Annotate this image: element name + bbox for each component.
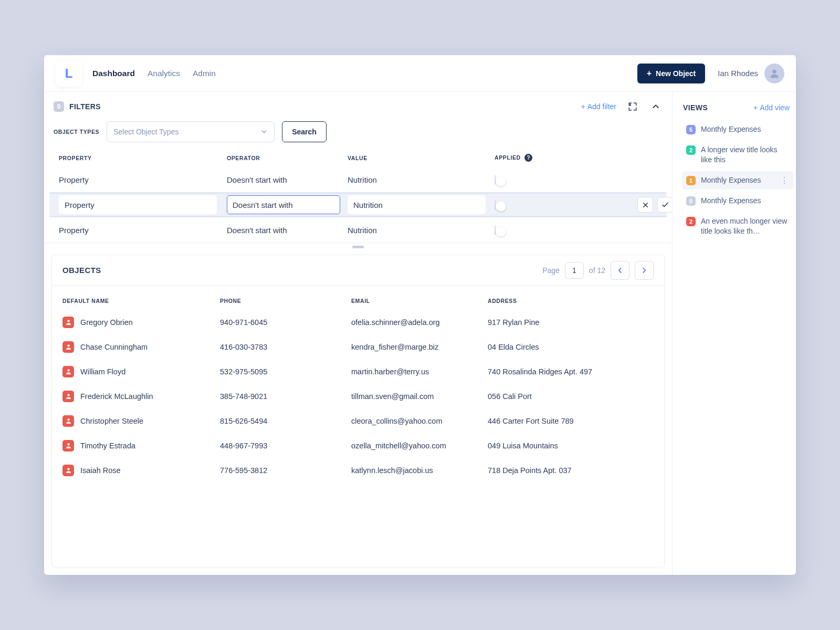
new-object-button[interactable]: + New Object — [637, 64, 706, 83]
filter-value[interactable]: Nutrition — [348, 175, 495, 184]
next-page-button[interactable] — [635, 261, 654, 280]
add-filter-label: Add filter — [587, 102, 616, 111]
name-cell: Gregory Obrien — [62, 317, 220, 328]
filter-value-input[interactable]: Nutrition — [348, 195, 486, 214]
objects-title: OBJECTS — [62, 266, 101, 275]
filter-property[interactable]: Property — [59, 175, 227, 184]
person-icon — [62, 391, 74, 402]
view-item[interactable]: 2 An even much longer view title looks l… — [682, 212, 794, 240]
resize-handle[interactable] — [44, 243, 672, 252]
add-filter-button[interactable]: + Add filter — [581, 102, 616, 111]
applied-toggle[interactable] — [495, 175, 496, 185]
table-row[interactable]: Christopher Steele 815-626-5494 cleora_c… — [62, 408, 654, 433]
svg-point-4 — [67, 394, 69, 396]
page-label: Page — [542, 266, 560, 275]
object-types-select[interactable]: Select Object Types — [107, 121, 275, 142]
object-phone: 776-595-3812 — [220, 466, 351, 475]
view-label: Monthly Expenses — [701, 124, 790, 134]
svg-point-6 — [67, 443, 69, 445]
object-name: Isaiah Rose — [80, 466, 121, 475]
page-of: of 12 — [589, 266, 605, 275]
object-address: 740 Rosalinda Ridges Apt. 497 — [488, 368, 619, 376]
view-item[interactable]: 0 Monthly Expenses — [682, 192, 794, 210]
user-icon — [769, 68, 780, 79]
nav-admin[interactable]: Admin — [193, 69, 216, 78]
nav-analytics[interactable]: Analytics — [148, 69, 180, 78]
filters-title: FILTERS — [69, 102, 101, 111]
views-header: VIEWS + Add view — [682, 101, 794, 120]
avatar — [764, 64, 784, 83]
object-phone: 532-975-5095 — [220, 368, 351, 376]
table-row[interactable]: Isaiah Rose 776-595-3812 katlynn.lesch@j… — [62, 458, 654, 482]
filter-row-selected: Property Doesn't start with Nutrition — [49, 192, 667, 217]
applied-toggle[interactable] — [495, 200, 496, 210]
person-icon — [62, 317, 74, 328]
person-icon — [62, 341, 74, 353]
plus-icon: + — [753, 103, 758, 112]
add-view-button[interactable]: + Add view — [753, 103, 790, 112]
prev-page-button[interactable] — [611, 261, 629, 280]
name-cell: Isaiah Rose — [62, 465, 220, 476]
objects-columns-header: DEFAULT NAME PHONE EMAIL ADDRESS — [62, 292, 654, 310]
expand-icon[interactable] — [626, 100, 639, 113]
view-label: Monthly Expenses — [701, 196, 790, 206]
nav-dashboard[interactable]: Dashboard — [92, 69, 135, 78]
views-list: 5 Monthly Expenses 2 A longer view title… — [682, 120, 794, 240]
search-button[interactable]: Search — [282, 121, 327, 142]
logo[interactable]: L — [56, 60, 82, 87]
object-name: Timothy Estrada — [80, 442, 135, 450]
table-row[interactable]: William Floyd 532-975-5095 martin.harber… — [62, 359, 654, 384]
cancel-filter-button[interactable] — [637, 197, 653, 213]
objects-card: OBJECTS Page of 12 — [51, 255, 665, 568]
chevron-right-icon — [640, 267, 648, 274]
current-user[interactable]: Ian Rhodes — [718, 64, 784, 83]
table-row[interactable]: Gregory Obrien 940-971-6045 ofelia.schin… — [62, 310, 654, 334]
plus-icon: + — [581, 102, 585, 111]
object-phone: 940-971-6045 — [220, 318, 351, 327]
filter-property-input[interactable]: Property — [59, 195, 217, 214]
object-phone: 815-626-5494 — [220, 417, 351, 425]
table-row[interactable]: Frederick McLaughlin 385-748-9021 tillma… — [62, 384, 654, 408]
col-default-name: DEFAULT NAME — [62, 298, 220, 304]
more-icon[interactable]: ⋮ — [779, 175, 790, 185]
body: 0 FILTERS + Add filter — [44, 92, 796, 575]
applied-toggle[interactable] — [495, 225, 496, 235]
collapse-filters-button[interactable] — [649, 100, 663, 113]
view-label: Monthly Expenses — [701, 175, 774, 185]
view-label: A longer view title looks like this — [701, 145, 790, 165]
filter-operator[interactable]: Doesn't start with — [227, 226, 348, 235]
col-address: ADDRESS — [488, 298, 619, 304]
col-email: EMAIL — [351, 298, 488, 304]
help-icon[interactable]: ? — [524, 154, 532, 162]
objects-table: DEFAULT NAME PHONE EMAIL ADDRESS Gregory… — [52, 286, 664, 489]
objects-header: OBJECTS Page of 12 — [52, 255, 664, 286]
filter-operator-input[interactable]: Doesn't start with — [227, 195, 340, 214]
filter-property[interactable]: Property — [59, 226, 227, 235]
page-input[interactable] — [565, 262, 584, 279]
view-item[interactable]: 1 Monthly Expenses ⋮ — [682, 171, 794, 190]
object-email: cleora_collins@yahoo.com — [351, 417, 488, 425]
pager: Page of 12 — [542, 261, 654, 280]
table-row[interactable]: Timothy Estrada 448-967-7993 ozella_mitc… — [62, 433, 654, 458]
person-icon — [62, 415, 74, 427]
svg-point-7 — [67, 468, 69, 470]
view-count-badge: 2 — [686, 217, 696, 226]
chevron-down-icon — [260, 128, 268, 135]
object-email: ozella_mitchell@yahoo.com — [351, 442, 488, 450]
view-count-badge: 2 — [686, 145, 696, 155]
view-count-badge: 5 — [686, 125, 696, 134]
object-address: 446 Carter Fort Suite 789 — [488, 417, 619, 425]
view-item[interactable]: 2 A longer view title looks like this — [682, 141, 794, 169]
filter-operator[interactable]: Doesn't start with — [227, 175, 348, 184]
main-panel: 0 FILTERS + Add filter — [44, 92, 673, 575]
filter-row: Property Doesn't start with Nutrition — [44, 167, 672, 192]
view-item[interactable]: 5 Monthly Expenses — [682, 120, 794, 139]
object-email: martin.harber@terry.us — [351, 368, 488, 376]
table-row[interactable]: Chase Cunningham 416-030-3783 kendra_fis… — [62, 334, 654, 359]
confirm-filter-button[interactable] — [657, 197, 673, 213]
svg-point-1 — [67, 320, 69, 322]
object-email: tillman.sven@gmail.com — [351, 392, 488, 401]
object-email: ofelia.schinner@adela.org — [351, 318, 488, 327]
filter-controls: OBJECT TYPES Select Object Types Search — [44, 121, 672, 151]
filter-value[interactable]: Nutrition — [348, 226, 495, 235]
